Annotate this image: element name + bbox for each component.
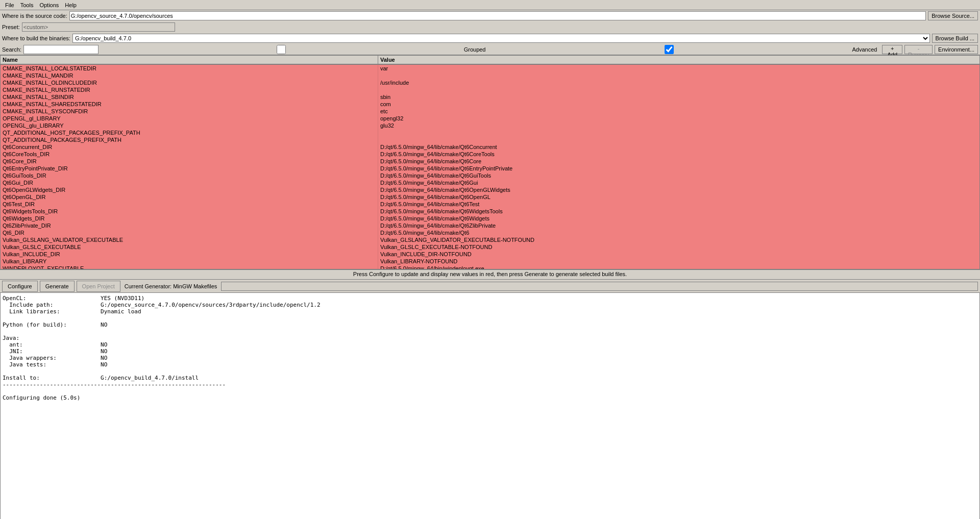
cell-value: D:/qt/6.5.0/mingw_64/lib/cmake/Qt6Concur… [378, 143, 979, 151]
table-row[interactable]: CMAKE_INSTALL_SYSCONFDIR etc [1, 108, 979, 115]
generate-button[interactable]: Generate [40, 281, 75, 292]
advanced-checkbox[interactable] [491, 45, 848, 54]
preset-row: Preset: [0, 21, 980, 33]
cell-value [378, 72, 979, 79]
binaries-select[interactable]: G:/opencv_build_4.7.0 [72, 34, 930, 43]
advanced-label: Advanced [852, 46, 877, 53]
cell-value [378, 86, 979, 93]
cell-name: QT_ADDITIONAL_HOST_PACKAGES_PREFIX_PATH [1, 129, 378, 136]
output-area: OpenCL: YES (NVD3D11) Include path: G:/o… [0, 293, 980, 519]
cell-name: CMAKE_INSTALL_MANDIR [1, 72, 378, 79]
cell-name: CMAKE_INSTALL_SHAREDSTATEDIR [1, 101, 378, 108]
generator-info: Current Generator: MinGW Makefiles [125, 283, 217, 289]
table-row[interactable]: Vulkan_INCLUDE_DIR Vulkan_INCLUDE_DIR-NO… [1, 251, 979, 258]
menu-tools[interactable]: Tools [17, 1, 37, 9]
cell-name: Qt6OpenGLWidgets_DIR [1, 186, 378, 193]
cell-value: D:/qt/6.5.0/mingw_64/bin/windeployqt.exe [378, 265, 979, 269]
browse-source-button[interactable]: Browse Source... [928, 11, 978, 20]
table-row[interactable]: CMAKE_INSTALL_MANDIR [1, 72, 979, 79]
table-row[interactable]: Qt6OpenGL_DIR D:/qt/6.5.0/mingw_64/lib/c… [1, 193, 979, 201]
table-row[interactable]: Vulkan_GLSLANG_VALIDATOR_EXECUTABLE Vulk… [1, 236, 979, 243]
table-row[interactable]: QT_ADDITIONAL_HOST_PACKAGES_PREFIX_PATH [1, 129, 979, 136]
cell-value: D:/qt/6.5.0/mingw_64/lib/cmake/Qt6OpenGL [378, 193, 979, 201]
cell-value: sbin [378, 93, 979, 101]
binaries-label: Where to build the binaries: [2, 35, 70, 41]
table-body: CMAKE_INSTALL_LOCALSTATEDIR var CMAKE_IN… [1, 65, 979, 269]
table-row[interactable]: Qt6Concurrent_DIR D:/qt/6.5.0/mingw_64/l… [1, 143, 979, 151]
cell-name: CMAKE_INSTALL_SYSCONFDIR [1, 108, 378, 115]
table-row[interactable]: CMAKE_INSTALL_SBINDIR sbin [1, 93, 979, 101]
table-row[interactable]: Qt6OpenGLWidgets_DIR D:/qt/6.5.0/mingw_6… [1, 186, 979, 193]
cell-name: WINDEPLOYQT_EXECUTABLE [1, 265, 378, 269]
menu-file[interactable]: File [2, 1, 17, 9]
cell-name: Qt6Test_DIR [1, 201, 378, 208]
cell-name: Qt6Concurrent_DIR [1, 143, 378, 151]
open-project-button[interactable]: Open Project [77, 281, 120, 292]
cell-value: D:/qt/6.5.0/mingw_64/lib/cmake/Qt6Widget… [378, 208, 979, 215]
table-row[interactable]: QT_ADDITIONAL_PACKAGES_PREFIX_PATH [1, 136, 979, 143]
binaries-row: Where to build the binaries: G:/opencv_b… [0, 33, 980, 44]
cell-name: CMAKE_INSTALL_LOCALSTATEDIR [1, 65, 378, 72]
cell-name: Qt6Gui_DIR [1, 179, 378, 186]
table-row[interactable]: Vulkan_GLSLC_EXECUTABLE Vulkan_GLSLC_EXE… [1, 243, 979, 251]
table-row[interactable]: CMAKE_INSTALL_OLDINCLUDEDIR /usr/include [1, 79, 979, 86]
cell-value: D:/qt/6.5.0/mingw_64/lib/cmake/Qt6 [378, 229, 979, 236]
col-name-header: Name [1, 56, 378, 64]
table-row[interactable]: Qt6WidgetsTools_DIR D:/qt/6.5.0/mingw_64… [1, 208, 979, 215]
menu-options[interactable]: Options [36, 1, 62, 9]
cell-value [378, 129, 979, 136]
browse-build-button[interactable]: Browse Build ... [932, 34, 978, 43]
cell-value: etc [378, 108, 979, 115]
source-row: Where is the source code: Browse Source.… [0, 10, 980, 21]
cell-value: com [378, 101, 979, 108]
grouped-label: Grouped [464, 46, 486, 53]
cell-name: CMAKE_INSTALL_OLDINCLUDEDIR [1, 79, 378, 86]
table-row[interactable]: Qt6GuiTools_DIR D:/qt/6.5.0/mingw_64/lib… [1, 172, 979, 179]
source-input[interactable] [69, 11, 926, 20]
cmake-table: Name Value CMAKE_INSTALL_LOCALSTATEDIR v… [0, 55, 980, 269]
table-row[interactable]: Qt6Test_DIR D:/qt/6.5.0/mingw_64/lib/cma… [1, 201, 979, 208]
table-row[interactable]: Vulkan_LIBRARY Vulkan_LIBRARY-NOTFOUND [1, 258, 979, 265]
grouped-checkbox[interactable] [103, 45, 460, 54]
cell-value: D:/qt/6.5.0/mingw_64/lib/cmake/Qt6CoreTo… [378, 151, 979, 158]
table-row[interactable]: OPENGL_glu_LIBRARY glu32 [1, 122, 979, 129]
table-row[interactable]: Qt6Core_DIR D:/qt/6.5.0/mingw_64/lib/cma… [1, 158, 979, 165]
cell-value: glu32 [378, 122, 979, 129]
cell-value: opengl32 [378, 115, 979, 122]
cell-value: Vulkan_LIBRARY-NOTFOUND [378, 258, 979, 265]
table-header: Name Value [1, 56, 979, 65]
table-row[interactable]: Qt6CoreTools_DIR D:/qt/6.5.0/mingw_64/li… [1, 151, 979, 158]
cell-name: Qt6EntryPointPrivate_DIR [1, 165, 378, 172]
bottom-toolbar: Configure Generate Open Project Current … [0, 280, 980, 293]
search-label: Search: [2, 46, 21, 53]
search-row: Search: Grouped Advanced + Add Entry - R… [0, 44, 980, 55]
table-row[interactable]: CMAKE_INSTALL_RUNSTATEDIR [1, 86, 979, 93]
table-row[interactable]: Qt6EntryPointPrivate_DIR D:/qt/6.5.0/min… [1, 165, 979, 172]
preset-label: Preset: [2, 24, 20, 30]
cell-value: D:/qt/6.5.0/mingw_64/lib/cmake/Qt6Gui [378, 179, 979, 186]
cell-value: Vulkan_GLSLC_EXECUTABLE-NOTFOUND [378, 243, 979, 251]
cell-name: Qt6CoreTools_DIR [1, 151, 378, 158]
configure-button[interactable]: Configure [2, 281, 38, 292]
table-row[interactable]: Qt6_DIR D:/qt/6.5.0/mingw_64/lib/cmake/Q… [1, 229, 979, 236]
add-entry-button[interactable]: + Add Entry [882, 45, 902, 54]
cell-name: OPENGL_glu_LIBRARY [1, 122, 378, 129]
table-row[interactable]: OPENGL_gl_LIBRARY opengl32 [1, 115, 979, 122]
environment-button[interactable]: Environment... [935, 45, 978, 54]
table-row[interactable]: Qt6Widgets_DIR D:/qt/6.5.0/mingw_64/lib/… [1, 215, 979, 222]
table-row[interactable]: Qt6ZlibPrivate_DIR D:/qt/6.5.0/mingw_64/… [1, 222, 979, 229]
cell-name: Vulkan_LIBRARY [1, 258, 378, 265]
cell-value: D:/qt/6.5.0/mingw_64/lib/cmake/Qt6GuiToo… [378, 172, 979, 179]
col-value-header: Value [378, 56, 979, 64]
cell-value: Vulkan_GLSLANG_VALIDATOR_EXECUTABLE-NOTF… [378, 236, 979, 243]
table-row[interactable]: CMAKE_INSTALL_LOCALSTATEDIR var [1, 65, 979, 72]
search-input[interactable] [23, 45, 99, 54]
remove-entry-button[interactable]: - Remove Entry [904, 45, 933, 54]
cell-value [378, 136, 979, 143]
table-row[interactable]: WINDEPLOYQT_EXECUTABLE D:/qt/6.5.0/mingw… [1, 265, 979, 269]
table-row[interactable]: CMAKE_INSTALL_SHAREDSTATEDIR com [1, 101, 979, 108]
menu-help[interactable]: Help [62, 1, 80, 9]
table-row[interactable]: Qt6Gui_DIR D:/qt/6.5.0/mingw_64/lib/cmak… [1, 179, 979, 186]
cell-name: CMAKE_INSTALL_SBINDIR [1, 93, 378, 101]
preset-input[interactable] [22, 22, 175, 32]
